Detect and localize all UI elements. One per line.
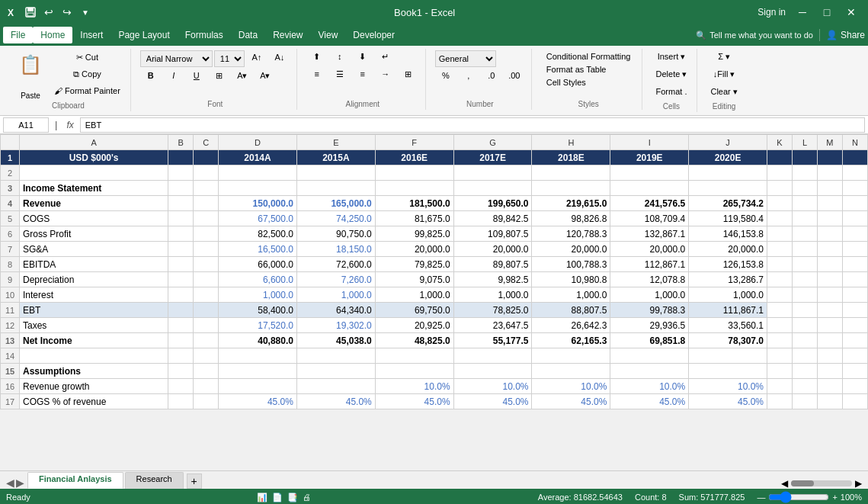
cell-3-b[interactable] — [168, 181, 194, 196]
cell-3-h[interactable] — [532, 181, 610, 196]
cell-1-h[interactable]: 2018E — [532, 150, 610, 165]
cell-16-i[interactable]: 10.0% — [610, 379, 689, 394]
cell-15-e[interactable] — [296, 364, 375, 379]
cell-15-k[interactable] — [767, 364, 793, 379]
cell-6-j[interactable]: 146,153.8 — [689, 226, 767, 242]
cell-4-k[interactable] — [767, 196, 793, 211]
cell-3-g[interactable] — [453, 181, 532, 196]
cell-10-d[interactable]: 1,000.0 — [219, 287, 297, 303]
cell-4-j[interactable]: 265,734.2 — [689, 196, 767, 211]
cell-14-m[interactable] — [817, 348, 842, 364]
cell-5-l[interactable] — [792, 211, 817, 226]
col-header-f[interactable]: F — [375, 135, 453, 150]
cell-4-n[interactable] — [842, 196, 867, 211]
format-as-table-button[interactable]: Format as Table — [541, 63, 636, 75]
cell-11-e[interactable]: 64,340.0 — [296, 303, 375, 318]
cell-2-c[interactable] — [194, 165, 219, 181]
close-button[interactable]: ✕ — [841, 5, 862, 20]
cell-4-h[interactable]: 219,615.0 — [532, 196, 610, 211]
align-bottom-button[interactable]: ⬇ — [352, 50, 373, 66]
col-header-m[interactable]: M — [817, 135, 842, 150]
cell-5-g[interactable]: 89,842.5 — [453, 211, 532, 226]
cell-14-j[interactable] — [689, 348, 767, 364]
fill-button[interactable]: ↓Fill ▾ — [706, 68, 741, 83]
paste-button[interactable]: 📋 — [12, 50, 49, 90]
cell-1-i[interactable]: 2019E — [610, 150, 689, 165]
cell-14-a[interactable] — [20, 348, 168, 364]
customize-icon[interactable]: ▼ — [79, 6, 91, 18]
cell-12-d[interactable]: 17,520.0 — [219, 318, 297, 333]
cell-10-j[interactable]: 1,000.0 — [689, 287, 767, 303]
cell-12-m[interactable] — [817, 318, 842, 333]
cell-11-m[interactable] — [817, 303, 842, 318]
cell-7-l[interactable] — [792, 242, 817, 257]
cell-15-i[interactable] — [610, 364, 689, 379]
italic-button[interactable]: I — [163, 69, 184, 85]
cell-10-h[interactable]: 1,000.0 — [532, 287, 610, 303]
cell-3-f[interactable] — [375, 181, 453, 196]
scroll-area[interactable]: A B C D E F G H I J K L M N 1USD $000's2… — [0, 134, 868, 470]
cell-2-m[interactable] — [817, 165, 842, 181]
cell-3-a[interactable]: Income Statement — [20, 181, 168, 196]
cell-7-a[interactable]: SG&A — [20, 242, 168, 257]
cell-13-e[interactable]: 45,038.0 — [296, 333, 375, 348]
cell-2-l[interactable] — [792, 165, 817, 181]
cell-10-f[interactable]: 1,000.0 — [375, 287, 453, 303]
cell-15-l[interactable] — [792, 364, 817, 379]
menu-home[interactable]: Home — [33, 27, 72, 43]
cell-17-a[interactable]: COGS % of revenue — [20, 394, 168, 409]
increase-font-button[interactable]: A↑ — [246, 51, 267, 66]
col-header-i[interactable]: I — [610, 135, 689, 150]
cell-5-e[interactable]: 74,250.0 — [296, 211, 375, 226]
cell-17-c[interactable] — [194, 394, 219, 409]
minimize-button[interactable]: ─ — [792, 5, 813, 20]
sheet-tab-research[interactable]: Research — [125, 472, 184, 489]
zoom-slider[interactable] — [768, 491, 829, 503]
cell-3-m[interactable] — [817, 181, 842, 196]
cell-8-i[interactable]: 112,867.1 — [610, 257, 689, 272]
cell-11-j[interactable]: 111,867.1 — [689, 303, 767, 318]
cell-14-e[interactable] — [296, 348, 375, 364]
cell-1-n[interactable] — [842, 150, 867, 165]
cell-5-d[interactable]: 67,500.0 — [219, 211, 297, 226]
cell-13-h[interactable]: 62,165.3 — [532, 333, 610, 348]
cell-13-d[interactable]: 40,880.0 — [219, 333, 297, 348]
cell-6-f[interactable]: 99,825.0 — [375, 226, 453, 242]
cell-14-k[interactable] — [767, 348, 793, 364]
col-header-c[interactable]: C — [194, 135, 219, 150]
cell-10-k[interactable] — [767, 287, 793, 303]
cell-11-n[interactable] — [842, 303, 867, 318]
bold-button[interactable]: B — [140, 69, 162, 85]
cell-5-n[interactable] — [842, 211, 867, 226]
format-button[interactable]: Format . — [652, 85, 690, 101]
cell-13-m[interactable] — [817, 333, 842, 348]
cell-8-a[interactable]: EBITDA — [20, 257, 168, 272]
cell-13-g[interactable]: 55,177.5 — [453, 333, 532, 348]
font-name-select[interactable]: Arial Narrow — [140, 50, 213, 67]
cell-8-e[interactable]: 72,600.0 — [296, 257, 375, 272]
cell-11-k[interactable] — [767, 303, 793, 318]
cell-4-g[interactable]: 199,650.0 — [453, 196, 532, 211]
cell-7-d[interactable]: 16,500.0 — [219, 242, 297, 257]
cell-4-a[interactable]: Revenue — [20, 196, 168, 211]
cell-2-d[interactable] — [219, 165, 297, 181]
cell-12-b[interactable] — [168, 318, 194, 333]
cell-17-h[interactable]: 45.0% — [532, 394, 610, 409]
cell-1-m[interactable] — [817, 150, 842, 165]
menu-page-layout[interactable]: Page Layout — [111, 27, 177, 43]
cell-10-l[interactable] — [792, 287, 817, 303]
cell-reference-input[interactable] — [3, 117, 49, 133]
cell-9-g[interactable]: 9,982.5 — [453, 272, 532, 287]
cell-5-i[interactable]: 108,709.4 — [610, 211, 689, 226]
cell-9-k[interactable] — [767, 272, 793, 287]
cell-13-f[interactable]: 48,825.0 — [375, 333, 453, 348]
cell-4-e[interactable]: 165,000.0 — [296, 196, 375, 211]
cell-2-f[interactable] — [375, 165, 453, 181]
cell-3-d[interactable] — [219, 181, 297, 196]
cell-2-e[interactable] — [296, 165, 375, 181]
cell-1-b[interactable] — [168, 150, 194, 165]
cell-12-k[interactable] — [767, 318, 793, 333]
cell-9-h[interactable]: 10,980.8 — [532, 272, 610, 287]
cell-9-c[interactable] — [194, 272, 219, 287]
cell-5-h[interactable]: 98,826.8 — [532, 211, 610, 226]
